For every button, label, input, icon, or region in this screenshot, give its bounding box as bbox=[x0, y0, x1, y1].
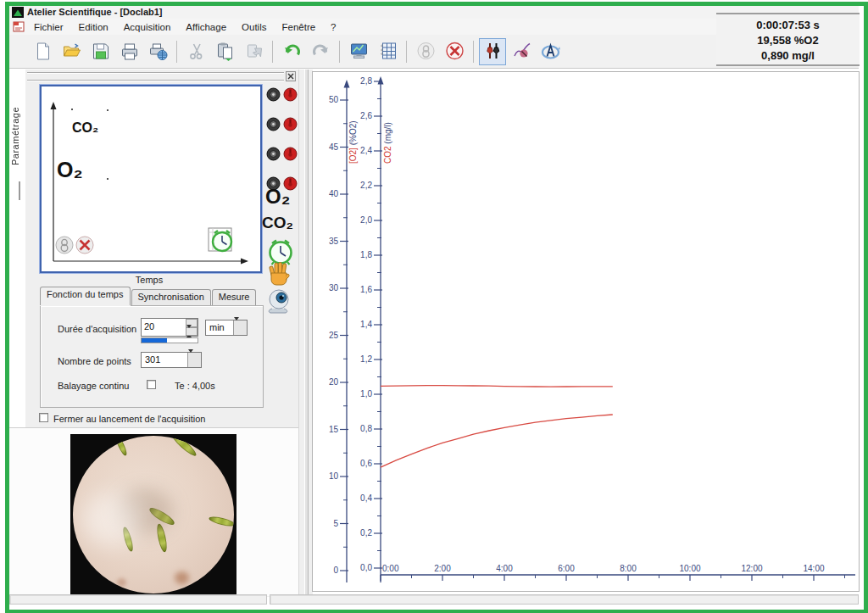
delete-sensor-icon[interactable] bbox=[75, 236, 94, 254]
toolbar-cut-button[interactable] bbox=[182, 38, 209, 65]
points-combo[interactable]: 301 bbox=[141, 352, 202, 368]
toolbar-new-document-button[interactable] bbox=[29, 38, 56, 65]
document-system-menu-icon[interactable] bbox=[13, 21, 25, 32]
combo-arrow-button[interactable] bbox=[233, 320, 247, 335]
toolbar-print-button[interactable] bbox=[115, 38, 142, 65]
menu-items: FichierEditionAcquisitionAffichageOutils… bbox=[26, 19, 344, 34]
svg-text:25: 25 bbox=[329, 331, 339, 340]
diagram-co2-label[interactable]: CO₂ bbox=[72, 120, 98, 136]
data-table-icon bbox=[378, 42, 398, 61]
toolbar-open-file-button[interactable] bbox=[58, 38, 85, 65]
time-function-groupbox: Durée d'acquisition 20 min Nombre de poi… bbox=[40, 305, 264, 408]
toolbar-delete-button[interactable] bbox=[441, 38, 468, 65]
drop-dot bbox=[107, 178, 108, 180]
close-on-start-checkbox[interactable] bbox=[39, 413, 48, 422]
readout-time: 0:00:07:53 s bbox=[716, 18, 860, 33]
microscope-field-of-view bbox=[73, 436, 234, 593]
panel-splitter[interactable] bbox=[298, 70, 313, 597]
acquisition-diagram[interactable]: CO₂ O₂ bbox=[40, 85, 262, 273]
toolbar-print-setup-button[interactable] bbox=[144, 38, 171, 65]
continuous-checkbox[interactable] bbox=[147, 380, 156, 389]
svg-text:0: 0 bbox=[333, 566, 338, 575]
svg-text:2,8: 2,8 bbox=[360, 76, 372, 86]
sensors-icon bbox=[483, 42, 503, 61]
sensor-co2-label[interactable]: CO₂ bbox=[262, 214, 293, 232]
app-window: Atelier Scientifique - [Doclab1] Fichier… bbox=[0, 0, 868, 613]
red-plug-icon[interactable] bbox=[283, 147, 298, 161]
svg-text:0,6: 0,6 bbox=[360, 459, 372, 468]
drop-dot bbox=[107, 109, 108, 111]
continuous-label: Balayage continu bbox=[58, 381, 129, 391]
red-plug-icon[interactable] bbox=[283, 87, 298, 102]
svg-text:20: 20 bbox=[329, 377, 339, 387]
svg-text:45: 45 bbox=[329, 142, 339, 152]
redo-icon bbox=[311, 42, 331, 61]
toolbar-data-table-button[interactable] bbox=[374, 38, 401, 65]
status-bar-segment bbox=[270, 594, 859, 605]
red-plug-icon[interactable] bbox=[283, 117, 298, 131]
toolbar-curve-tool-button[interactable] bbox=[508, 38, 535, 65]
black-plug-icon[interactable] bbox=[266, 87, 281, 102]
sensor-o2-label[interactable]: O₂ bbox=[265, 185, 290, 209]
svg-text:30: 30 bbox=[329, 283, 339, 293]
open-file-icon bbox=[62, 42, 81, 61]
duration-unit-combo[interactable]: min bbox=[205, 320, 248, 336]
duration-spinbox[interactable]: 20 bbox=[141, 318, 198, 337]
toolbar-display-options-button[interactable] bbox=[345, 38, 372, 65]
sample-period-label: Te : 4,00s bbox=[175, 381, 215, 391]
svg-text:1,8: 1,8 bbox=[360, 250, 372, 259]
menu-affichage[interactable]: Affichage bbox=[178, 20, 234, 32]
toolbar-save-button[interactable] bbox=[86, 38, 114, 65]
toolbar-paste-special-button[interactable] bbox=[240, 38, 267, 65]
image-blur-spot bbox=[117, 578, 126, 587]
channel-row bbox=[266, 109, 298, 139]
menu-fentre[interactable]: Fenêtre bbox=[274, 20, 323, 32]
manual-trigger-hand-icon[interactable] bbox=[267, 260, 292, 289]
menu-?[interactable]: ? bbox=[323, 20, 343, 32]
toolbar-auto-scale-button[interactable] bbox=[537, 38, 564, 65]
menu-outils[interactable]: Outils bbox=[234, 20, 274, 32]
delete-icon bbox=[445, 42, 465, 61]
points-label: Nombre de points bbox=[58, 356, 131, 366]
toolbar-paste-button[interactable] bbox=[211, 38, 238, 65]
new-document-icon bbox=[33, 42, 53, 61]
toolbar-separator bbox=[339, 41, 340, 63]
chart-panel[interactable]: 0:002:004:006:008:0010:0012:0014:0005101… bbox=[312, 71, 860, 592]
svg-text:0,8: 0,8 bbox=[360, 424, 372, 433]
tab-synchronisation[interactable]: Synchronisation bbox=[131, 289, 211, 305]
duration-label: Durée d'acquisition bbox=[58, 324, 136, 334]
svg-text:1,2: 1,2 bbox=[360, 354, 372, 364]
black-plug-icon[interactable] bbox=[266, 147, 281, 161]
menu-edition[interactable]: Edition bbox=[71, 20, 116, 32]
toolbar-redo-button[interactable] bbox=[307, 38, 334, 65]
spin-down-button[interactable] bbox=[186, 327, 198, 336]
image-blur-spot bbox=[81, 493, 142, 546]
euglena-organism bbox=[217, 458, 234, 482]
combo-arrow-button[interactable] bbox=[187, 353, 201, 367]
toolbar-undo-button[interactable] bbox=[278, 38, 305, 65]
drop-dot bbox=[71, 109, 73, 110]
toolbar-sensors-button[interactable] bbox=[479, 38, 506, 65]
diagram-o2-label[interactable]: O₂ bbox=[57, 158, 83, 182]
tab-fonction-du-temps[interactable]: Fonction du temps bbox=[40, 287, 131, 305]
menu-acquisition[interactable]: Acquisition bbox=[116, 20, 179, 32]
svg-text:50: 50 bbox=[329, 95, 339, 104]
webcam-icon[interactable] bbox=[265, 288, 294, 315]
image-blur-spot bbox=[175, 571, 189, 584]
toolbar-pointer-tool-button[interactable] bbox=[412, 38, 439, 65]
tab-parametrage[interactable]: Paramétrage bbox=[10, 92, 25, 180]
panel-grip-handle[interactable] bbox=[27, 72, 284, 81]
acquisition-chart[interactable]: 0:002:004:006:008:0010:0012:0014:0005101… bbox=[313, 72, 859, 591]
duration-unit-value: min bbox=[209, 322, 225, 332]
svg-text:4:00: 4:00 bbox=[496, 564, 513, 573]
mouse-pointer-icon[interactable] bbox=[55, 236, 74, 254]
app-logo-icon bbox=[12, 7, 24, 18]
tab-mesure[interactable]: Mesure bbox=[212, 289, 257, 305]
svg-text:40: 40 bbox=[329, 189, 339, 198]
diagram-x-axis-label: Temps bbox=[40, 275, 259, 285]
live-readout: 0:00:07:53 s 19,558 %O2 0,890 mg/l bbox=[716, 13, 860, 66]
black-plug-icon[interactable] bbox=[266, 117, 281, 131]
menu-fichier[interactable]: Fichier bbox=[26, 20, 71, 32]
paste-special-icon bbox=[244, 42, 264, 61]
time-axis-clock-icon[interactable] bbox=[207, 226, 237, 256]
